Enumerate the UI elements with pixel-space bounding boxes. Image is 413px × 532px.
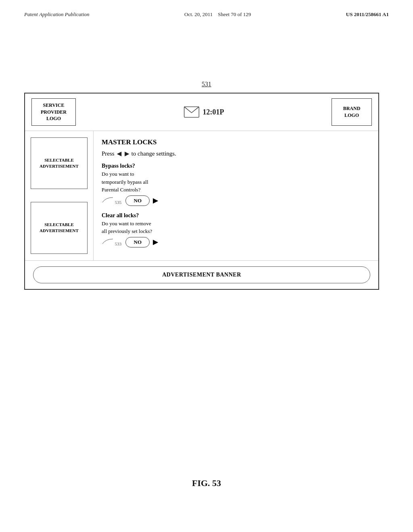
diagram-top-bar: SERVICEPROVIDERLOGO 12:01P BRANDLOGO bbox=[25, 94, 378, 131]
ad2-text: SELECTABLE ADVERTISEMENT bbox=[34, 222, 84, 234]
bypass-no-label: NO bbox=[134, 197, 142, 204]
selectable-ad-1[interactable]: SELECTABLE ADVERTISEMENT bbox=[31, 137, 88, 189]
bypass-no-button[interactable]: NO bbox=[125, 195, 150, 206]
selectable-ad-2[interactable]: SELECTABLE ADVERTISEMENT bbox=[31, 202, 88, 254]
main-diagram: SERVICEPROVIDERLOGO 12:01P BRANDLOGO SEL… bbox=[24, 93, 379, 290]
bypass-text3: Parental Controls? bbox=[102, 187, 140, 193]
figure-caption: FIG. 53 bbox=[192, 478, 221, 488]
bypass-text1: Do you want to bbox=[102, 171, 134, 177]
clear-ref-number: 533 bbox=[115, 241, 122, 246]
ad-banner-row: ADVERTISEMENT BANNER bbox=[25, 260, 378, 289]
brand-logo: BRANDLOGO bbox=[332, 98, 372, 126]
clear-ref-label: 533 bbox=[102, 238, 121, 246]
bypass-title: Bypass locks? bbox=[102, 163, 370, 169]
page-header: Patent Application Publication Oct. 20, … bbox=[0, 0, 413, 18]
service-provider-logo: SERVICEPROVIDERLOGO bbox=[31, 98, 76, 126]
clock-area: 12:01P bbox=[82, 106, 325, 118]
clear-text1: Do you want to remove bbox=[102, 220, 151, 227]
clear-ref-curve bbox=[102, 238, 114, 245]
diagram-content: SELECTABLE ADVERTISEMENT SELECTABLE ADVE… bbox=[25, 131, 378, 260]
date-and-sheet: Oct. 20, 2011 Sheet 70 of 129 bbox=[184, 11, 251, 18]
bypass-text: Do you want to temporarily bypass all Pa… bbox=[102, 170, 370, 194]
patent-number: US 2011/258661 A1 bbox=[346, 11, 389, 18]
clear-right-arrow[interactable]: ▶ bbox=[153, 238, 158, 246]
sheet-label: Sheet 70 of 129 bbox=[218, 11, 251, 17]
advertisement-banner[interactable]: ADVERTISEMENT BANNER bbox=[33, 266, 370, 283]
left-arrow-button[interactable]: ◀ bbox=[117, 150, 121, 157]
clear-no-row: 533 NO ▶ bbox=[102, 237, 370, 247]
master-locks-title: MASTER LOCKS bbox=[102, 138, 370, 146]
envelope-icon bbox=[184, 106, 200, 118]
press-instruction: Press ◀ ▶ to change settings. bbox=[102, 150, 370, 157]
left-ads-column: SELECTABLE ADVERTISEMENT SELECTABLE ADVE… bbox=[25, 131, 94, 260]
ref-531-label: 531 bbox=[202, 81, 211, 88]
press-suffix: to change settings. bbox=[131, 150, 176, 157]
clear-text2: all previously set locks? bbox=[102, 228, 152, 234]
clear-no-label: NO bbox=[134, 239, 142, 245]
clock-envelope: 12:01P bbox=[184, 106, 224, 118]
clear-no-button[interactable]: NO bbox=[125, 237, 150, 247]
right-content: MASTER LOCKS Press ◀ ▶ to change setting… bbox=[94, 131, 378, 260]
clear-locks-section: Clear all locks? Do you want to remove a… bbox=[102, 212, 370, 247]
bypass-right-arrow[interactable]: ▶ bbox=[153, 197, 158, 204]
bypass-ref-label: 535 bbox=[102, 197, 121, 205]
clock-time: 12:01P bbox=[203, 108, 224, 116]
bypass-ref-curve bbox=[102, 197, 114, 204]
clear-title: Clear all locks? bbox=[102, 212, 370, 219]
date-label: Oct. 20, 2011 bbox=[184, 11, 213, 17]
bypass-ref-number: 535 bbox=[115, 200, 122, 205]
right-arrow-button[interactable]: ▶ bbox=[125, 150, 129, 157]
ad1-text: SELECTABLE ADVERTISEMENT bbox=[34, 157, 84, 170]
bypass-text2: temporarily bypass all bbox=[102, 179, 148, 185]
brand-logo-text: BRANDLOGO bbox=[343, 105, 361, 119]
publication-label: Patent Application Publication bbox=[24, 11, 90, 18]
bypass-section: Bypass locks? Do you want to temporarily… bbox=[102, 163, 370, 206]
clear-text: Do you want to remove all previously set… bbox=[102, 220, 370, 235]
press-label: Press bbox=[102, 150, 115, 157]
service-provider-text: SERVICEPROVIDERLOGO bbox=[41, 102, 67, 122]
ad-banner-text: ADVERTISEMENT BANNER bbox=[162, 272, 241, 278]
bypass-no-row: 535 NO ▶ bbox=[102, 195, 370, 206]
